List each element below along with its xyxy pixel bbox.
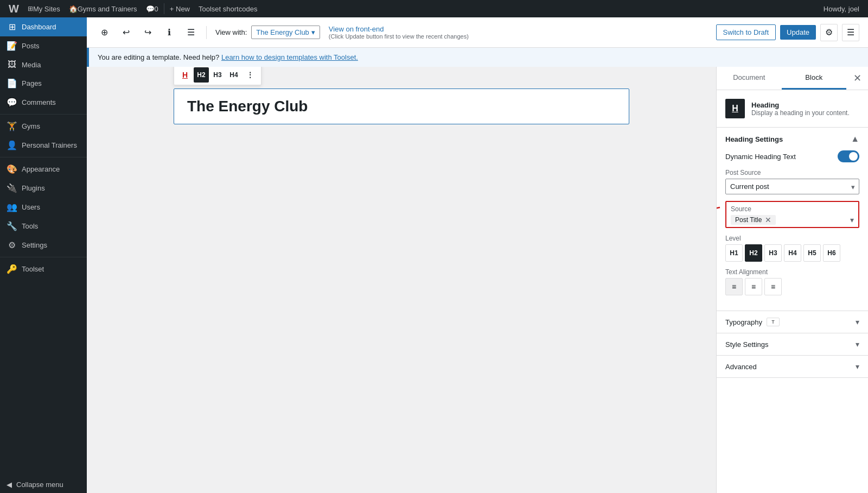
typography-section-header[interactable]: Typography T ▾ bbox=[717, 311, 868, 333]
adminbar-gyms-trainers[interactable]: 🏠 Gyms and Trainers bbox=[65, 0, 142, 17]
source-field-input: Post Title ✕ ▾ bbox=[726, 213, 858, 227]
level-h3-btn[interactable]: H3 bbox=[764, 244, 782, 262]
gyms-icon: 🏠 bbox=[69, 5, 78, 13]
heading-block-text[interactable]: The Energy Club bbox=[187, 98, 616, 115]
editor-toolbar: ⊕ ↩ ↪ ℹ ☰ View with: The Energy Club ▾ V… bbox=[87, 17, 868, 48]
source-field-wrapper: Source Post Title ✕ ▾ bbox=[725, 201, 859, 228]
post-source-label: Post Source bbox=[725, 169, 859, 176]
source-field-label: Source bbox=[726, 202, 858, 213]
sidebar-item-toolset[interactable]: 🔑 Toolset bbox=[0, 260, 87, 279]
view-with-value: The Energy Club bbox=[256, 28, 309, 36]
adminbar-separator bbox=[164, 3, 164, 14]
toolbar-redo-btn[interactable]: ↪ bbox=[139, 24, 156, 41]
view-with-chevron: ▾ bbox=[311, 28, 315, 36]
switch-draft-btn[interactable]: Switch to Draft bbox=[716, 24, 776, 40]
adminbar-howdy[interactable]: Howdy, joel bbox=[819, 5, 864, 13]
advanced-toggle: ▾ bbox=[856, 362, 859, 371]
sidebar-item-users[interactable]: 👥 Users bbox=[0, 198, 87, 217]
level-h1-btn[interactable]: H1 bbox=[725, 244, 743, 262]
gyms-icon: 🏋 bbox=[7, 121, 17, 131]
adminbar-new[interactable]: + New bbox=[165, 0, 194, 17]
block-tool-h4-btn[interactable]: H4 bbox=[226, 67, 241, 83]
sidebar-collapse-btn[interactable]: ◀ Collapse menu bbox=[0, 476, 87, 493]
heading-settings-toggle: ▲ bbox=[851, 134, 859, 144]
level-h2-btn[interactable]: H2 bbox=[745, 244, 762, 262]
adminbar-toolset[interactable]: Toolset shortcodes bbox=[194, 0, 261, 17]
sidebar-divider-3 bbox=[0, 257, 87, 257]
heading-block-container: H H2 H3 H4 ⋮ The Energy Club bbox=[174, 89, 629, 124]
level-h4-btn[interactable]: H4 bbox=[784, 244, 801, 262]
h-underline-icon: H bbox=[182, 71, 188, 79]
dashboard-icon: ⊞ bbox=[7, 22, 17, 32]
front-link-section: View on front-end (Click Update button f… bbox=[329, 25, 469, 40]
sidebar-item-gyms[interactable]: 🏋 Gyms bbox=[0, 117, 87, 136]
red-arrow-svg bbox=[716, 191, 731, 224]
pages-icon: 📄 bbox=[7, 78, 17, 89]
source-expand-btn[interactable]: ▾ bbox=[850, 216, 854, 224]
post-source-select[interactable]: Current post bbox=[725, 179, 859, 194]
style-settings-section: Style Settings ▾ bbox=[717, 333, 868, 356]
view-front-link[interactable]: View on front-end bbox=[329, 25, 384, 33]
block-canvas: H H2 H3 H4 ⋮ The Energy Club bbox=[87, 67, 716, 493]
heading-icon: H bbox=[732, 104, 738, 113]
block-tool-more-btn[interactable]: ⋮ bbox=[242, 67, 258, 83]
heading-settings-title: Heading Settings bbox=[725, 135, 783, 143]
tools-icon: 🔧 bbox=[7, 221, 17, 231]
notice-link[interactable]: Learn how to design templates with Tools… bbox=[221, 53, 358, 61]
tab-document[interactable]: Document bbox=[717, 67, 782, 90]
post-source-select-wrapper: Current post bbox=[725, 179, 859, 194]
sidebar-item-appearance[interactable]: 🎨 Appearance bbox=[0, 160, 87, 179]
sidebar-item-tools[interactable]: 🔧 Tools bbox=[0, 217, 87, 236]
align-row: ≡ ≡ ≡ bbox=[725, 278, 859, 295]
heading-settings-section: Heading Settings ▲ Dynamic Heading Text … bbox=[717, 128, 868, 311]
toolbar-right: Switch to Draft Update ⚙ ☰ bbox=[716, 24, 859, 41]
sidebar-item-plugins[interactable]: 🔌 Plugins bbox=[0, 179, 87, 198]
adminbar-my-sites[interactable]: ⊞ My Sites bbox=[23, 0, 65, 17]
adminbar-right: Howdy, joel bbox=[819, 5, 864, 13]
toolset-icon: 🔑 bbox=[7, 264, 17, 274]
toolbar-block-nav-btn[interactable]: ☰ bbox=[182, 24, 200, 41]
block-panel-header: H Heading Display a heading in your cont… bbox=[717, 90, 868, 128]
adminbar-comments[interactable]: 💬 0 bbox=[142, 0, 163, 17]
sidebar-item-posts[interactable]: 📝 Posts bbox=[0, 36, 87, 55]
level-h6-btn[interactable]: H6 bbox=[823, 244, 840, 262]
sidebar-divider-1 bbox=[0, 114, 87, 115]
main-layout: ⊞ Dashboard 📝 Posts 🖼 Media 📄 Pages 💬 Co… bbox=[0, 17, 868, 493]
settings-btn[interactable]: ⚙ bbox=[820, 24, 838, 41]
sidebar-item-pages[interactable]: 📄 Pages bbox=[0, 74, 87, 93]
sidebar-item-media[interactable]: 🖼 Media bbox=[0, 55, 87, 74]
align-left-btn[interactable]: ≡ bbox=[725, 278, 743, 295]
toolbar-inserter-btn[interactable]: ⊕ bbox=[95, 24, 113, 41]
panel-tabs: Document Block ✕ bbox=[717, 67, 868, 90]
toolbar-info-btn[interactable]: ℹ bbox=[161, 24, 178, 41]
source-chip-remove-btn[interactable]: ✕ bbox=[765, 216, 771, 224]
style-settings-header[interactable]: Style Settings ▾ bbox=[717, 333, 868, 355]
heading-settings-header[interactable]: Heading Settings ▲ bbox=[717, 128, 868, 150]
comments-icon: 💬 bbox=[7, 97, 17, 108]
adminbar-wp-logo[interactable]: W bbox=[4, 0, 23, 17]
more-tools-btn[interactable]: ☰ bbox=[842, 24, 859, 41]
dynamic-heading-toggle[interactable] bbox=[838, 150, 859, 162]
block-name: Heading bbox=[751, 101, 850, 109]
advanced-section-header[interactable]: Advanced ▾ bbox=[717, 356, 868, 377]
block-tool-h3-btn[interactable]: H3 bbox=[210, 67, 225, 83]
view-with-select[interactable]: The Energy Club ▾ bbox=[251, 26, 320, 39]
sidebar-item-comments[interactable]: 💬 Comments bbox=[0, 93, 87, 112]
view-with-section: View with: The Energy Club ▾ bbox=[215, 26, 320, 39]
typography-section: Typography T ▾ bbox=[717, 311, 868, 333]
level-h5-btn[interactable]: H5 bbox=[803, 244, 821, 262]
toolbar-undo-btn[interactable]: ↩ bbox=[117, 24, 135, 41]
source-chip: Post Title ✕ bbox=[731, 215, 776, 225]
align-right-btn[interactable]: ≡ bbox=[764, 278, 782, 295]
sidebar-item-settings[interactable]: ⚙ Settings bbox=[0, 236, 87, 255]
panel-close-btn[interactable]: ✕ bbox=[846, 67, 868, 90]
sidebar-item-dashboard[interactable]: ⊞ Dashboard bbox=[0, 17, 87, 36]
heading-block[interactable]: The Energy Club bbox=[174, 89, 629, 124]
tab-block[interactable]: Block bbox=[782, 67, 847, 90]
block-tool-h2-btn[interactable]: H2 bbox=[194, 67, 209, 83]
update-btn[interactable]: Update bbox=[780, 25, 816, 40]
align-center-btn[interactable]: ≡ bbox=[745, 278, 762, 295]
sidebar-item-personal-trainers[interactable]: 👤 Personal Trainers bbox=[0, 136, 87, 155]
block-tool-h-btn[interactable]: H bbox=[177, 67, 193, 83]
editor-area: ⊕ ↩ ↪ ℹ ☰ View with: The Energy Club ▾ V… bbox=[87, 17, 868, 493]
